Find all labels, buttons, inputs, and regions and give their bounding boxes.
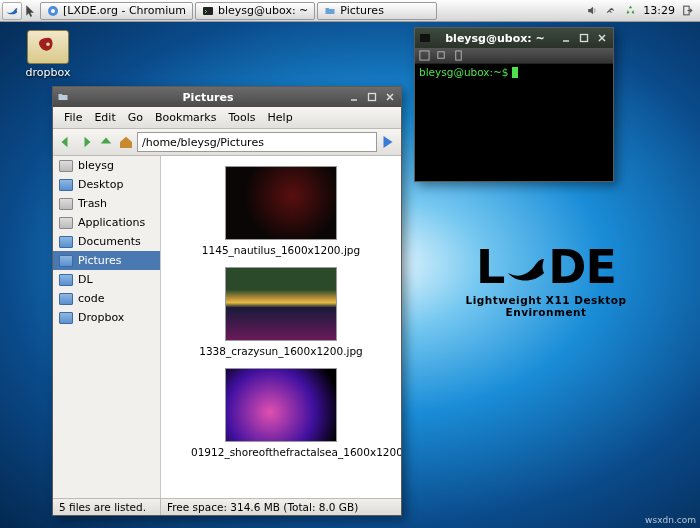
minimize-button[interactable]: [559, 31, 573, 45]
chromium-icon: [47, 5, 59, 17]
menu-go[interactable]: Go: [123, 109, 148, 126]
menu-tools[interactable]: Tools: [223, 109, 260, 126]
status-count: 5 files are listed.: [53, 499, 161, 515]
folder-icon: [57, 91, 69, 103]
taskbar: [LXDE.org - Chromium bleysg@ubox: ~ Pict…: [0, 0, 700, 22]
toolbar: /home/bleysg/Pictures: [53, 129, 401, 156]
svg-point-1: [51, 9, 55, 13]
sidebar-item-documents[interactable]: Documents: [53, 232, 160, 251]
sidebar-item-trash[interactable]: Trash: [53, 194, 160, 213]
task-label: [LXDE.org - Chromium: [63, 4, 186, 17]
close-button[interactable]: [383, 90, 397, 104]
terminal-prompt: bleysg@ubox:~$: [419, 66, 512, 78]
watermark: wsxdn.com: [645, 515, 696, 525]
svg-rect-6: [581, 35, 588, 42]
menu-edit[interactable]: Edit: [89, 109, 120, 126]
taskbar-task-chromium[interactable]: [LXDE.org - Chromium: [40, 2, 193, 20]
taskbar-task-terminal[interactable]: bleysg@ubox: ~: [195, 2, 315, 20]
svg-rect-4: [369, 94, 376, 101]
thumbnail: [225, 166, 337, 240]
path-input[interactable]: /home/bleysg/Pictures: [137, 132, 377, 152]
recycle-icon[interactable]: [624, 4, 637, 17]
app-menu-button[interactable]: [2, 2, 22, 20]
lxde-tagline: Lightweight X11 Desktop Environment: [426, 294, 666, 318]
thumbnail: [225, 267, 337, 341]
sidebar-item-desktop[interactable]: Desktop: [53, 175, 160, 194]
maximize-button[interactable]: [577, 31, 591, 45]
status-space: Free space: 314.6 MB (Total: 8.0 GB): [161, 499, 364, 515]
lxde-bird-logo-icon: [502, 243, 550, 291]
new-tab-icon[interactable]: [419, 50, 430, 61]
terminal-body[interactable]: bleysg@ubox:~$: [415, 64, 613, 181]
logout-icon[interactable]: [681, 4, 694, 17]
titlebar[interactable]: bleysg@ubox: ~: [415, 28, 613, 48]
lxde-bird-icon: [5, 4, 19, 18]
svg-rect-7: [420, 51, 429, 60]
window-title: bleysg@ubox: ~: [435, 32, 555, 45]
svg-rect-5: [420, 34, 430, 42]
folder-icon: [324, 5, 336, 17]
nav-back-icon[interactable]: [57, 133, 75, 151]
titlebar[interactable]: Pictures: [53, 87, 401, 107]
file-item[interactable]: 1145_nautilus_1600x1200.jpg: [191, 166, 371, 257]
sidebar-item-code[interactable]: code: [53, 289, 160, 308]
maximize-button[interactable]: [365, 90, 379, 104]
sidebar-item-dl[interactable]: DL: [53, 270, 160, 289]
file-name: 01912_shoreofthefractalsea_1600x1200.jpg: [191, 446, 371, 459]
file-pane[interactable]: 1145_nautilus_1600x1200.jpg 1338_crazysu…: [161, 156, 401, 498]
file-item[interactable]: 1338_crazysun_1600x1200.jpg: [191, 267, 371, 358]
file-item[interactable]: 01912_shoreofthefractalsea_1600x1200.jpg: [191, 368, 371, 459]
desktop-icon-label: dropbox: [26, 66, 71, 79]
cursor: [512, 67, 518, 78]
lxde-logo: L DE Lightweight X11 Desktop Environment: [426, 240, 666, 318]
nav-home-icon[interactable]: [117, 133, 135, 151]
desktop-icon-dropbox[interactable]: dropbox: [20, 30, 76, 79]
dropbox-icon: [27, 30, 69, 64]
sidebar-item-dropbox[interactable]: Dropbox: [53, 308, 160, 327]
close-button[interactable]: [595, 31, 609, 45]
clock[interactable]: 13:29: [643, 4, 675, 17]
go-icon[interactable]: [379, 133, 397, 151]
svg-rect-9: [456, 51, 462, 60]
terminal-window: bleysg@ubox: ~ bleysg@ubox:~$: [414, 27, 614, 182]
terminal-icon: [419, 32, 431, 44]
cursor-icon: [24, 4, 38, 18]
minimize-button[interactable]: [347, 90, 361, 104]
file-name: 1338_crazysun_1600x1200.jpg: [191, 345, 371, 358]
terminal-toolbar: [415, 48, 613, 64]
file-name: 1145_nautilus_1600x1200.jpg: [191, 244, 371, 257]
taskbar-task-filemanager[interactable]: Pictures: [317, 2, 437, 20]
svg-rect-8: [438, 52, 444, 58]
window-title: Pictures: [73, 91, 343, 104]
task-label: Pictures: [340, 4, 384, 17]
sidebar-item-home[interactable]: bleysg: [53, 156, 160, 175]
nav-up-icon[interactable]: [97, 133, 115, 151]
file-manager-window: Pictures File Edit Go Bookmarks Tools He…: [52, 86, 402, 516]
paste-icon[interactable]: [453, 50, 464, 61]
thumbnail: [225, 368, 337, 442]
places-sidebar: bleysg Desktop Trash Applications Docume…: [53, 156, 161, 498]
svg-rect-2: [203, 7, 213, 15]
statusbar: 5 files are listed. Free space: 314.6 MB…: [53, 498, 401, 515]
volume-icon[interactable]: [586, 4, 599, 17]
network-icon[interactable]: [605, 4, 618, 17]
system-tray: 13:29: [582, 4, 698, 17]
terminal-icon: [202, 5, 214, 17]
menu-help[interactable]: Help: [263, 109, 298, 126]
nav-forward-icon[interactable]: [77, 133, 95, 151]
sidebar-item-applications[interactable]: Applications: [53, 213, 160, 232]
menu-bookmarks[interactable]: Bookmarks: [150, 109, 221, 126]
menu-file[interactable]: File: [59, 109, 87, 126]
sidebar-item-pictures[interactable]: Pictures: [53, 251, 160, 270]
task-label: bleysg@ubox: ~: [218, 4, 308, 17]
copy-icon[interactable]: [436, 50, 447, 61]
menubar: File Edit Go Bookmarks Tools Help: [53, 107, 401, 129]
